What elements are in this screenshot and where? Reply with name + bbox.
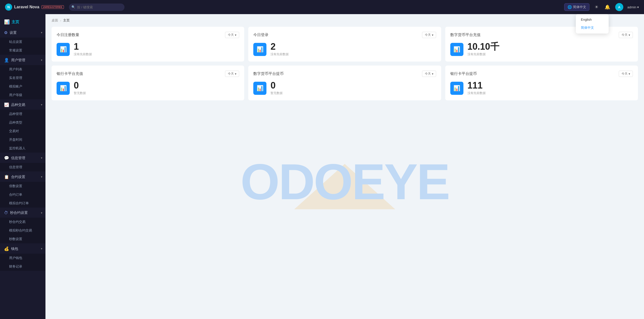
sidebar-item-variety-mgmt[interactable]: 品种管理 [0, 110, 45, 118]
sidebar-item-home[interactable]: 📊 主页 [0, 16, 45, 28]
sidebar-item-sim-contract-orders[interactable]: 模拟合约订单 [0, 199, 45, 208]
card-title-1: 今日登录 [253, 33, 268, 37]
sidebar-header-second-contract[interactable]: ⏱ 秒合约设置 ▾ [0, 208, 45, 218]
sidebar-item-info-mgmt[interactable]: 信息管理 [0, 163, 45, 171]
sidebar-header-settings[interactable]: ⚙ 设置 ▾ [0, 28, 45, 38]
avatar[interactable]: A [615, 3, 623, 11]
sidebar-item-simulated-account[interactable]: 模拟账户 [0, 82, 45, 91]
sidebar-item-monitor-robot[interactable]: 监控机器人 [0, 144, 45, 153]
sidebar-item-second-settings[interactable]: 秒数设置 [0, 235, 45, 243]
sidebar-header-wallet[interactable]: 💰 钱包 ▾ [0, 244, 45, 254]
card-value-2: 10.10千 [467, 42, 499, 51]
card-value-0: 1 [74, 42, 92, 51]
sidebar-home-label: 主页 [12, 20, 19, 24]
sidebar-user-label: 用户管理 [11, 58, 25, 63]
sidebar-header-contract[interactable]: 📋 合约设置 ▾ [0, 172, 45, 182]
brand: N Laravel Nova UNREGISTERED [5, 4, 64, 11]
home-icon: 📊 [4, 19, 10, 25]
sidebar: 📊 主页 ⚙ 设置 ▾ 站点设置 常规设置 👤 用户管理 ▾ 用户列表 [0, 14, 45, 319]
trading-icon: 📈 [4, 102, 9, 107]
card-body-2: 📊 10.10千 没有先前数据 [450, 42, 633, 56]
card-body-0: 📊 1 没有先前数据 [57, 42, 239, 56]
lang-option-english[interactable]: English [576, 16, 609, 23]
theme-icon[interactable]: ☀ [593, 3, 600, 11]
lang-label: 简体中文 [573, 5, 586, 9]
card-icon-1: 📊 [253, 43, 266, 56]
breadcrumb-parent[interactable]: 桌面 [52, 18, 58, 23]
chevron-wallet: ▾ [41, 247, 42, 250]
sidebar-item-variety-type[interactable]: 品种类型 [0, 118, 45, 127]
watermark: ODOEYE [231, 144, 458, 220]
sidebar-item-contract-orders[interactable]: 合约订单 [0, 190, 45, 199]
card-filter-5[interactable]: 今天 ▾ [619, 71, 633, 77]
sidebar-wallet-label: 钱包 [11, 247, 18, 251]
brand-logo: N [5, 4, 12, 11]
card-value-3: 0 [74, 81, 86, 90]
sidebar-item-finance-records[interactable]: 财务记录 [0, 262, 45, 271]
chevron-filter-5: ▾ [629, 72, 630, 76]
sidebar-item-second-trading[interactable]: 秒合约交易 [0, 218, 45, 226]
chevron-filter-3: ▾ [235, 72, 236, 76]
chevron-filter-0: ▾ [235, 33, 236, 37]
cards-grid-row1: 今日注册数量 今天 ▾ 📊 1 没有先前数据 今日登录 [52, 27, 638, 62]
card-sub-5: 没有先前数据 [467, 91, 486, 95]
sidebar-children-settings: 站点设置 常规设置 [0, 38, 45, 55]
sidebar-item-opening-time[interactable]: 开盘时间 [0, 135, 45, 144]
sidebar-header-variety-trading[interactable]: 📈 品种交易 ▾ [0, 100, 45, 110]
card-filter-3[interactable]: 今天 ▾ [225, 71, 239, 77]
sidebar-section-wallet: 💰 钱包 ▾ 用户钱包 财务记录 [0, 244, 45, 271]
avatar-letter: A [618, 5, 620, 9]
chevron-settings: ▾ [41, 31, 42, 34]
lang-option-chinese[interactable]: 简体中文 [576, 23, 609, 32]
sidebar-item-user-level[interactable]: 用户等级 [0, 91, 45, 99]
card-filter-0[interactable]: 今天 ▾ [225, 32, 239, 38]
admin-label[interactable]: admin ▾ [627, 5, 639, 9]
search-input[interactable] [69, 4, 125, 11]
card-bank-recharge: 银行卡平台充值 今天 ▾ 📊 0 暂无数据 [52, 66, 244, 100]
sidebar-item-trading-pair[interactable]: 交易对 [0, 127, 45, 135]
card-icon-4: 📊 [253, 82, 266, 95]
wallet-icon: 💰 [4, 246, 9, 251]
sidebar-item-user-list[interactable]: 用户列表 [0, 65, 45, 74]
settings-icon: ⚙ [4, 30, 8, 35]
card-filter-1[interactable]: 今天 ▾ [422, 32, 436, 38]
user-icon: 👤 [4, 58, 9, 63]
search-icon: 🔍 [71, 5, 75, 9]
svg-text:ODOEYE: ODOEYE [240, 154, 449, 210]
sidebar-info-label: 信息管理 [11, 156, 25, 160]
cards-grid-row2: 银行卡平台充值 今天 ▾ 📊 0 暂无数据 数字货币平台提币 [52, 66, 638, 100]
sidebar-children-user: 用户列表 实名管理 模拟账户 用户等级 [0, 65, 45, 99]
card-today-registration: 今日注册数量 今天 ▾ 📊 1 没有先前数据 [52, 27, 244, 62]
language-button[interactable]: 🌐 简体中文 [564, 3, 589, 11]
card-header-5: 银行卡平台提币 今天 ▾ [450, 71, 633, 77]
layout: 📊 主页 ⚙ 设置 ▾ 站点设置 常规设置 👤 用户管理 ▾ 用户列表 [0, 14, 644, 319]
sidebar-section-settings: ⚙ 设置 ▾ 站点设置 常规设置 [0, 28, 45, 55]
sidebar-item-real-name[interactable]: 实名管理 [0, 74, 45, 82]
card-body-3: 📊 0 暂无数据 [57, 81, 239, 95]
sidebar-item-sim-second-trading[interactable]: 模拟秒合约交易 [0, 226, 45, 235]
navbar: N Laravel Nova UNREGISTERED 🔍 🌐 简体中文 ☀ 🔔… [0, 0, 644, 14]
chevron-contract: ▾ [41, 175, 42, 179]
info-icon: 💬 [4, 156, 9, 160]
card-body-5: 📊 111 没有先前数据 [450, 81, 633, 95]
breadcrumb-separator: › [60, 19, 61, 22]
sidebar-item-user-wallet[interactable]: 用户钱包 [0, 254, 45, 262]
sidebar-item-leverage[interactable]: 倍数设置 [0, 182, 45, 190]
sidebar-item-general-settings[interactable]: 常规设置 [0, 46, 45, 55]
sidebar-contract-label: 合约设置 [11, 175, 25, 179]
search-bar[interactable]: 🔍 [69, 4, 125, 11]
brand-name: Laravel Nova [14, 5, 39, 9]
card-filter-4[interactable]: 今天 ▾ [422, 71, 436, 77]
sidebar-header-info[interactable]: 💬 信息管理 ▾ [0, 153, 45, 163]
card-title-5: 银行卡平台提币 [450, 71, 477, 76]
watermark-svg: ODOEYE [231, 144, 458, 219]
sidebar-header-user-management[interactable]: 👤 用户管理 ▾ [0, 55, 45, 65]
sidebar-item-site-settings[interactable]: 站点设置 [0, 38, 45, 46]
card-crypto-withdrawal: 数字货币平台提币 今天 ▾ 📊 0 暂无数据 [248, 66, 441, 100]
chevron-filter-2: ▾ [629, 33, 630, 37]
notification-icon[interactable]: 🔔 [604, 3, 611, 11]
card-title-0: 今日注册数量 [57, 33, 79, 37]
chevron-user: ▾ [41, 59, 42, 62]
brand-badge: UNREGISTERED [41, 5, 64, 9]
card-filter-2[interactable]: 今天 ▾ [619, 32, 633, 38]
